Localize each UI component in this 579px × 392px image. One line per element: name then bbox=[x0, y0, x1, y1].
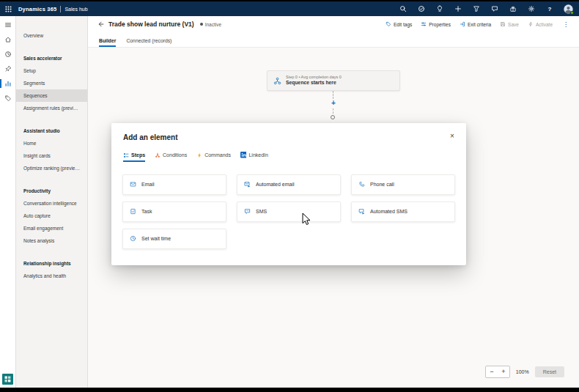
sidebar-item-sequences[interactable]: Sequences bbox=[16, 89, 87, 102]
dialog-tab-conditions-label: Conditions bbox=[163, 152, 187, 158]
card-phone-call-label: Phone call bbox=[370, 182, 394, 187]
sms-icon bbox=[244, 208, 251, 215]
lightbulb-icon[interactable] bbox=[435, 4, 444, 14]
exit-criteria-label: Exit criteria bbox=[468, 22, 491, 27]
sidebar-item-overview[interactable]: Overview bbox=[16, 29, 87, 42]
card-sms[interactable]: SMS bbox=[237, 201, 341, 222]
connector-line bbox=[333, 108, 333, 114]
reset-zoom-button[interactable]: Reset bbox=[535, 366, 564, 377]
sidebar-item-insight-cards[interactable]: Insight cards bbox=[16, 149, 87, 162]
dialog-tab-linkedin-label: LinkedIn bbox=[248, 152, 268, 158]
exit-criteria-icon bbox=[460, 21, 465, 27]
view-tabs: Builder Connected (records) bbox=[88, 32, 579, 48]
sidebar-item-segments[interactable]: Segments bbox=[16, 77, 87, 89]
gift-icon[interactable] bbox=[509, 4, 517, 14]
add-step-button[interactable]: + bbox=[329, 99, 338, 108]
search-icon[interactable] bbox=[399, 4, 407, 14]
card-automated-email[interactable]: Automated email bbox=[237, 174, 341, 195]
sidebar-group-productivity: Productivity bbox=[16, 185, 87, 197]
card-automated-email-label: Automated email bbox=[256, 182, 295, 187]
edit-tags-label: Edit tags bbox=[394, 22, 412, 27]
tag-rail-icon[interactable] bbox=[0, 93, 16, 103]
save-icon bbox=[500, 21, 506, 27]
card-email[interactable]: Email bbox=[122, 174, 226, 195]
tab-connected-records[interactable]: Connected (records) bbox=[126, 38, 172, 47]
sidebar-item-notes-analysis[interactable]: Notes analysis bbox=[16, 234, 87, 247]
card-set-wait-time[interactable]: Set wait time bbox=[122, 229, 226, 249]
app-window: Dynamics 365 Sales hub ? bbox=[0, 0, 579, 392]
sidebar-item-assignment-rules[interactable]: Assignment rules (preview) bbox=[16, 102, 87, 114]
wait-time-clock-icon bbox=[130, 235, 136, 242]
dialog-tab-conditions[interactable]: Conditions bbox=[155, 152, 187, 162]
save-button[interactable]: Save bbox=[500, 21, 519, 27]
dialog-tab-steps[interactable]: Steps bbox=[123, 152, 145, 162]
gear-icon[interactable] bbox=[527, 4, 536, 14]
dialog-tab-commands[interactable]: Commands bbox=[196, 152, 231, 162]
tab-builder[interactable]: Builder bbox=[99, 38, 116, 47]
sales-area-icon[interactable] bbox=[0, 78, 16, 89]
feedback-icon[interactable] bbox=[490, 4, 499, 14]
zoom-in-button[interactable]: + bbox=[498, 366, 509, 377]
card-task[interactable]: Task bbox=[122, 201, 226, 222]
tag-icon bbox=[386, 21, 391, 27]
sidebar-group-relationship-insights: Relationship insights bbox=[16, 258, 87, 270]
commands-lightning-icon bbox=[196, 152, 202, 158]
properties-button[interactable]: Properties bbox=[421, 21, 451, 27]
menu-icon[interactable] bbox=[0, 20, 16, 30]
sidebar-item-optimize-ranking[interactable]: Optimize ranking (preview) bbox=[16, 162, 87, 174]
quick-create-plus-icon[interactable] bbox=[454, 4, 462, 14]
sitemap-sidebar: Overview Sales accelerator Setup Segment… bbox=[16, 16, 88, 388]
sidebar-group-sales-accelerator: Sales accelerator bbox=[16, 53, 87, 64]
properties-label: Properties bbox=[429, 22, 451, 27]
home-icon[interactable] bbox=[0, 34, 16, 45]
waffle-menu-icon[interactable] bbox=[0, 1, 16, 16]
brand-divider bbox=[60, 6, 61, 12]
add-element-dialog: Add an element × Steps Conditions Comman… bbox=[111, 123, 466, 265]
screen-edge-bottom bbox=[0, 388, 579, 392]
sidebar-item-analytics-and-health[interactable]: Analytics and health bbox=[16, 270, 87, 282]
close-dialog-button[interactable]: × bbox=[447, 130, 457, 141]
task-icon bbox=[130, 208, 136, 215]
card-phone-call[interactable]: Phone call bbox=[351, 174, 455, 195]
app-launcher-tile[interactable] bbox=[2, 374, 13, 385]
sidebar-item-auto-capture[interactable]: Auto capture bbox=[16, 210, 87, 222]
dialog-tabs: Steps Conditions Commands LinkedIn bbox=[111, 141, 466, 162]
app-name[interactable]: Sales hub bbox=[64, 7, 87, 12]
conditions-icon bbox=[155, 152, 161, 158]
zoom-level: 100% bbox=[516, 369, 529, 374]
linkedin-icon bbox=[240, 152, 247, 158]
sidebar-item-email-engagement[interactable]: Email engagement bbox=[16, 222, 87, 234]
status-label: Inactive bbox=[205, 22, 221, 27]
activate-label: Activate bbox=[536, 22, 553, 27]
check-circle-icon[interactable] bbox=[417, 4, 426, 14]
help-icon[interactable]: ? bbox=[545, 4, 554, 14]
sequence-flow-icon bbox=[273, 77, 281, 85]
more-commands-button[interactable]: ⋮ bbox=[561, 21, 570, 28]
exit-criteria-button[interactable]: Exit criteria bbox=[460, 21, 491, 27]
sequence-start-node[interactable]: Step 0 • Avg completion days 0 Sequence … bbox=[267, 70, 400, 91]
filter-icon[interactable] bbox=[472, 4, 481, 14]
sidebar-item-setup[interactable]: Setup bbox=[16, 64, 87, 77]
status-dot bbox=[200, 23, 203, 26]
recent-clock-icon[interactable] bbox=[0, 49, 16, 59]
zoom-out-button[interactable]: − bbox=[486, 366, 498, 377]
activate-button[interactable]: Activate bbox=[528, 21, 553, 27]
card-automated-sms[interactable]: Automated SMS bbox=[351, 201, 455, 222]
sidebar-item-conversation-intelligence[interactable]: Conversation intelligence bbox=[16, 197, 87, 210]
dialog-tab-commands-label: Commands bbox=[204, 152, 231, 158]
edit-tags-button[interactable]: Edit tags bbox=[386, 21, 412, 27]
properties-icon bbox=[421, 21, 427, 27]
command-bar: Trade show lead nurture (V1) Inactive Ed… bbox=[88, 16, 579, 32]
zoom-controls: − + 100% Reset bbox=[485, 366, 564, 378]
dialog-tab-linkedin[interactable]: LinkedIn bbox=[240, 152, 268, 162]
avatar[interactable] bbox=[564, 4, 573, 14]
pinned-icon[interactable] bbox=[0, 64, 16, 74]
card-task-label: Task bbox=[141, 209, 152, 214]
card-set-wait-time-label: Set wait time bbox=[141, 236, 171, 241]
left-rail bbox=[0, 16, 16, 388]
element-cards: Email Automated email Phone call Task SM… bbox=[111, 162, 466, 249]
automated-email-icon bbox=[244, 181, 251, 188]
sidebar-item-home[interactable]: Home bbox=[16, 137, 87, 149]
back-button[interactable] bbox=[97, 21, 104, 28]
activate-icon bbox=[528, 21, 534, 27]
